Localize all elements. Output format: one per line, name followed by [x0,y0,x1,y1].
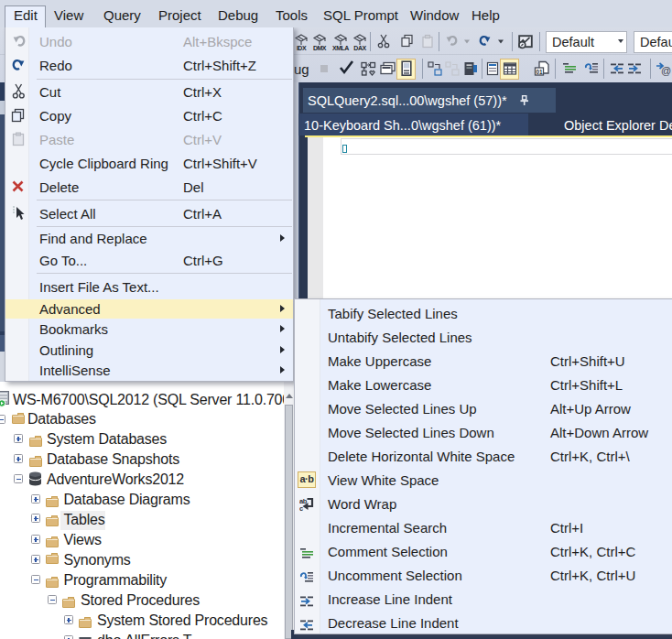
svg-text:DAX: DAX [353,45,366,51]
svg-text:@: @ [661,65,671,76]
svg-text:01: 01 [537,69,544,75]
svg-text:IDX: IDX [297,45,307,51]
svg-text:DMX: DMX [313,45,327,51]
svg-text:c: c [299,504,303,512]
svg-text:XMLA: XMLA [332,45,349,51]
